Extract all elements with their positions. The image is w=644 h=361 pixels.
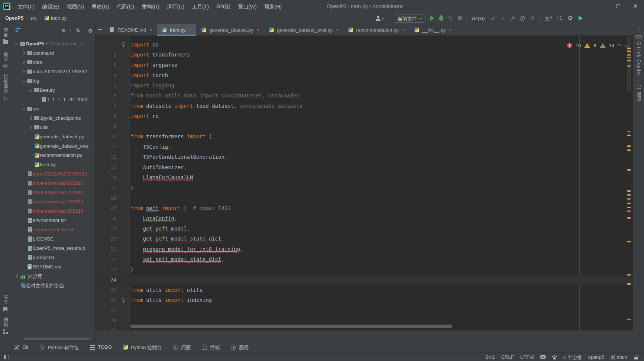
tree-item[interactable]: command (11, 48, 95, 58)
menu-item[interactable]: 重构(R) (138, 1, 162, 11)
horizontal-scrollbar[interactable] (130, 325, 452, 328)
git-menu-label[interactable]: Git(G): (472, 16, 486, 21)
error-stripe-mark[interactable] (627, 194, 631, 196)
code-line[interactable]: 5 import logging (96, 80, 633, 91)
git-branch-widget[interactable]: main (611, 354, 627, 360)
tree-expand-arrow[interactable] (13, 275, 20, 277)
line-number[interactable]: 6 (96, 93, 116, 99)
error-stripe-mark[interactable] (627, 210, 631, 212)
line-number[interactable]: 25 (96, 287, 116, 293)
tree-item[interactable]: drive-download-202310 (11, 188, 95, 197)
git-commit-button[interactable]: ✓ (501, 15, 505, 22)
code-line[interactable]: 21 prepare_model_for_int8_training, (96, 244, 633, 254)
tree-item[interactable]: LICENSE (11, 234, 95, 244)
code-line[interactable]: 20 get_peft_model_state_dict, (96, 234, 633, 244)
code-text[interactable]: set_peft_model_state_dict, (130, 256, 224, 262)
run-configuration-select[interactable]: 当前文件 ▾ (394, 14, 425, 23)
breadcrumb-project[interactable]: OpenP5 (5, 15, 23, 21)
code-text[interactable]: T5Config, (130, 144, 171, 150)
code-line[interactable]: 28 (96, 316, 633, 326)
tree-expand-arrow[interactable] (20, 61, 27, 64)
code-line[interactable]: 23 ) (96, 264, 633, 275)
copilot-status-icon[interactable] (540, 355, 546, 359)
menu-item[interactable]: Git(G) (213, 2, 234, 10)
tree-item[interactable]: Beauty (11, 86, 95, 95)
breadcrumb-folder[interactable]: src (30, 15, 36, 21)
code-editor[interactable]: 1 import os 2 import transformers 3 impo… (96, 36, 633, 330)
error-stripe-mark[interactable] (627, 283, 631, 285)
tree-item[interactable]: OpenP5 E:\Github\code_re (11, 39, 95, 48)
line-number[interactable]: 13 (96, 164, 116, 170)
lock-icon[interactable] (634, 355, 639, 360)
code-text[interactable]: LoraConfig, (130, 215, 177, 221)
tree-item[interactable]: data (11, 58, 95, 67)
code-text[interactable]: get_peft_model, (130, 226, 190, 232)
tool-window-button-copilot[interactable]: GitHub Copilot (636, 42, 641, 76)
vertical-scrollbar[interactable] (627, 36, 631, 92)
code-line[interactable]: 13 AutoTokenizer, (96, 162, 633, 173)
code-text[interactable]: AutoTokenizer, (130, 164, 187, 170)
code-text[interactable]: get_peft_model_state_dict, (130, 236, 224, 242)
tool-window-button-bookmarks[interactable]: 书签 (2, 295, 9, 304)
layout-icon[interactable] (4, 355, 9, 359)
line-number[interactable]: 2 (96, 52, 116, 58)
editor-tab[interactable]: recommendation.py × (343, 24, 409, 35)
settings-gear-icon[interactable]: ⚙ (567, 15, 573, 22)
code-line[interactable]: 15 ) (96, 183, 633, 193)
commit-icon[interactable] (3, 64, 8, 68)
code-text[interactable]: from datasets import load_dataset, conca… (130, 103, 303, 109)
error-stripe-mark[interactable] (627, 57, 631, 58)
tree-item[interactable]: data-20231002T1739332 (11, 169, 95, 178)
indent-setting[interactable]: 4 个空格 (563, 354, 582, 361)
git-push-button[interactable]: ↗ (510, 15, 515, 22)
stop-button[interactable] (458, 16, 462, 20)
error-stripe-mark[interactable] (627, 203, 631, 204)
line-number[interactable]: 4 (96, 72, 116, 78)
line-number[interactable]: 14 (96, 175, 116, 180)
line-number[interactable]: 1 (96, 42, 116, 47)
tool-window-button-structure[interactable]: 结构 (2, 318, 9, 327)
search-everywhere-button[interactable] (557, 16, 563, 21)
line-number[interactable]: 16 (96, 195, 116, 201)
line-number[interactable]: 15 (96, 185, 116, 190)
line-number[interactable]: 18 (96, 216, 116, 221)
tool-window-button-project[interactable]: 项目 (2, 28, 9, 38)
code-text[interactable]: import os (130, 42, 159, 48)
debug-button[interactable] (439, 16, 443, 21)
error-stripe-mark[interactable] (627, 190, 631, 192)
close-icon[interactable]: × (402, 27, 405, 33)
error-stripe-mark[interactable] (627, 54, 631, 56)
editor-tab[interactable]: generate_dataset_eval.py × (264, 24, 343, 35)
tree-expand-arrow[interactable] (20, 80, 27, 82)
line-number[interactable]: 11 (96, 144, 116, 149)
code-text[interactable]: T5ForConditionalGeneration, (130, 154, 227, 160)
code-text[interactable]: LlamaForCausalLM (130, 174, 193, 180)
translate-icon[interactable]: 文A (545, 15, 553, 22)
tool-window-button[interactable]: Python 控制台 (123, 344, 162, 351)
more-options[interactable]: … (24, 28, 29, 33)
tree-item[interactable]: generate_dataset.py (11, 132, 95, 141)
code-line[interactable]: 14 LlamaForCausalLM (96, 173, 633, 183)
code-text[interactable]: import transformers (130, 52, 190, 58)
tree-item[interactable]: drive-download-202310 (11, 206, 95, 216)
editor-tab[interactable]: README.md × (104, 24, 157, 35)
line-number[interactable]: 10 (96, 134, 116, 139)
error-stripe-mark[interactable] (627, 169, 631, 171)
error-stripe[interactable] (627, 36, 631, 330)
error-stripe-mark[interactable] (627, 135, 631, 136)
code-text[interactable]: import logging (130, 83, 174, 88)
more-tool-windows-icon[interactable]: ⋮ (636, 26, 641, 32)
tree-expand-arrow[interactable] (20, 70, 27, 73)
tree-expand-arrow[interactable] (27, 117, 34, 119)
menu-item[interactable]: 编辑(E) (39, 1, 63, 11)
editor-tab[interactable]: __init__.py × (409, 24, 456, 35)
notifications-bell-icon[interactable] (637, 85, 641, 89)
collapse-all-icon[interactable]: ⇅ (76, 28, 80, 33)
tree-item[interactable]: README.md (11, 262, 95, 271)
menu-item[interactable]: 视图(V) (64, 1, 88, 11)
tool-window-button[interactable]: Git (14, 344, 29, 350)
line-number[interactable]: 19 (96, 226, 116, 231)
tree-expand-arrow[interactable] (27, 126, 34, 129)
code-text[interactable]: from utils import utils (130, 287, 203, 293)
code-text[interactable]: import re (130, 113, 159, 119)
